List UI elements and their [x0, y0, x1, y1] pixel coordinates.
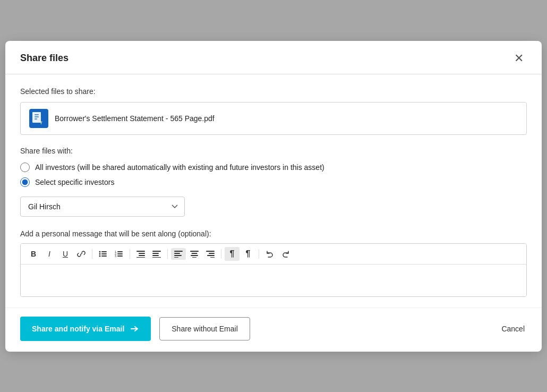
svg-point-6 [99, 251, 101, 252]
all-investors-label: All investors (will be shared automatica… [35, 163, 324, 172]
share-with-label: Share files with: [20, 147, 527, 155]
select-specific-label: Select specific investors [35, 178, 114, 186]
modal-body: Selected files to share: T Borrower's Se… [5, 74, 542, 308]
share-arrow-icon [130, 324, 139, 334]
svg-rect-27 [174, 253, 180, 254]
align-right-icon [206, 250, 215, 258]
svg-rect-15 [117, 253, 123, 254]
toolbar-numbered-list[interactable]: 1. 2. 3. [112, 248, 126, 260]
close-button[interactable]: ✕ [511, 52, 527, 65]
message-editor-content[interactable] [21, 265, 526, 296]
svg-rect-30 [190, 251, 199, 252]
svg-rect-13 [117, 251, 123, 252]
svg-rect-26 [174, 251, 183, 252]
modal-overlay: Share files ✕ Selected files to share: T… [0, 0, 547, 392]
toolbar-bold[interactable]: B [26, 248, 41, 260]
indent-decrease-icon [136, 250, 145, 258]
undo-icon [266, 250, 274, 258]
share-email-label: Share and notify via Email [32, 325, 124, 333]
svg-rect-20 [139, 255, 145, 256]
toolbar-paragraph-rtl[interactable]: ¶ [241, 247, 255, 261]
svg-rect-22 [152, 251, 161, 252]
radio-all-investors-input[interactable] [20, 163, 30, 172]
svg-rect-19 [139, 253, 145, 254]
svg-text:T: T [40, 121, 42, 125]
svg-rect-17 [117, 255, 123, 257]
separator-3 [167, 249, 168, 259]
svg-rect-3 [35, 116, 39, 117]
toolbar-undo[interactable] [262, 248, 277, 260]
share-with-section: Share files with: All investors (will be… [20, 147, 527, 187]
numbered-list-icon: 1. 2. 3. [115, 250, 123, 258]
message-editor-container: B I U [20, 243, 527, 297]
pdf-file-icon: T [29, 109, 48, 128]
radio-select-specific-input[interactable] [20, 177, 30, 187]
radio-select-specific[interactable]: Select specific investors [20, 177, 527, 187]
modal-title: Share files [20, 53, 69, 64]
svg-rect-29 [174, 257, 178, 258]
svg-rect-23 [152, 253, 159, 254]
svg-point-8 [99, 253, 101, 254]
svg-rect-31 [192, 253, 198, 254]
link-icon [77, 250, 86, 258]
toolbar-redo[interactable] [278, 248, 293, 260]
share-files-modal: Share files ✕ Selected files to share: T… [5, 41, 542, 352]
file-name: Borrower's Settlement Statement - 565 Pa… [55, 114, 215, 123]
svg-rect-37 [210, 257, 215, 258]
toolbar-align-right[interactable] [203, 248, 218, 260]
toolbar-indent-increase[interactable] [149, 248, 164, 260]
svg-rect-35 [209, 253, 215, 254]
modal-footer: Share and notify via Email Share without… [5, 308, 542, 352]
svg-rect-11 [101, 255, 107, 257]
svg-rect-21 [136, 257, 145, 258]
svg-rect-2 [35, 114, 39, 115]
investor-dropdown-wrapper: Gil Hirsch [20, 197, 527, 217]
toolbar-paragraph-ltr[interactable]: ¶ [225, 247, 240, 261]
svg-rect-25 [152, 257, 161, 258]
cancel-button[interactable]: Cancel [499, 321, 527, 336]
separator-4 [221, 249, 221, 259]
investor-dropdown[interactable]: Gil Hirsch [20, 197, 185, 217]
file-item: T Borrower's Settlement Statement - 565 … [20, 102, 527, 135]
svg-rect-36 [207, 255, 215, 256]
toolbar-italic[interactable]: I [42, 248, 57, 260]
align-center-icon [190, 250, 199, 258]
toolbar-underline[interactable]: U [58, 248, 73, 260]
svg-rect-34 [206, 251, 215, 252]
toolbar-align-center[interactable] [187, 248, 202, 260]
toolbar-indent-decrease[interactable] [133, 248, 148, 260]
svg-point-10 [99, 255, 101, 257]
radio-all-investors[interactable]: All investors (will be shared automatica… [20, 163, 527, 172]
toolbar-bullet-list[interactable] [96, 248, 110, 260]
svg-rect-18 [136, 251, 145, 252]
align-left-icon [174, 250, 183, 258]
svg-rect-4 [35, 118, 37, 120]
share-no-email-label: Share without Email [172, 325, 238, 333]
svg-text:3.: 3. [115, 254, 117, 258]
share-no-email-button[interactable]: Share without Email [159, 317, 250, 340]
toolbar-link[interactable] [74, 248, 89, 260]
svg-rect-24 [152, 255, 159, 256]
message-section-label: Add a personal message that will be sent… [20, 229, 527, 238]
bullet-list-icon [99, 250, 107, 258]
cancel-label: Cancel [501, 325, 525, 333]
selected-files-label: Selected files to share: [20, 87, 527, 96]
share-email-button[interactable]: Share and notify via Email [20, 317, 151, 341]
redo-icon [281, 250, 290, 258]
toolbar-align-left[interactable] [171, 248, 186, 260]
svg-rect-33 [192, 257, 196, 258]
svg-rect-9 [101, 253, 107, 254]
svg-rect-32 [191, 255, 198, 256]
separator-2 [130, 249, 130, 259]
editor-toolbar: B I U [21, 244, 526, 265]
modal-header: Share files ✕ [5, 41, 542, 74]
svg-rect-7 [101, 251, 107, 252]
separator-5 [259, 249, 259, 259]
separator-1 [92, 249, 92, 259]
svg-rect-28 [174, 255, 182, 256]
indent-increase-icon [152, 250, 161, 258]
